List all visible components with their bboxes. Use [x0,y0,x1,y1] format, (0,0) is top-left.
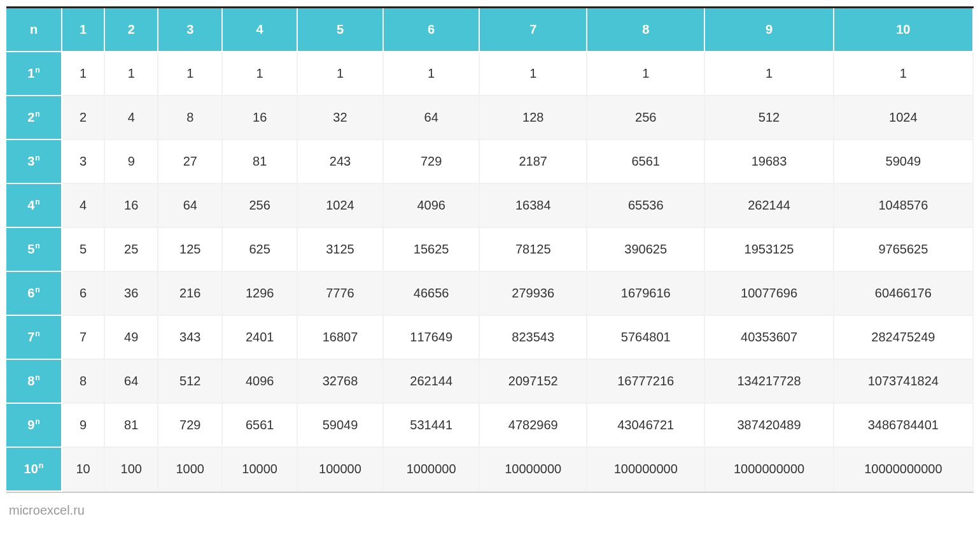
cell: 49 [105,316,158,360]
table-row: 5n 5 25 125 625 3125 15625 78125 390625 … [6,228,974,272]
table-body: 1n 1 1 1 1 1 1 1 1 1 1 2n 2 4 8 16 32 64… [6,52,974,492]
cell: 4782969 [480,404,587,448]
row-header: 2n [6,96,62,140]
col-header: 1 [62,8,105,52]
col-header: 2 [105,8,158,52]
cell: 134217728 [705,360,834,404]
cell: 16 [105,184,158,228]
cell: 32768 [298,360,384,404]
row-header: 6n [6,272,62,316]
cell: 64 [384,96,480,140]
cell: 1024 [834,96,974,140]
cell: 729 [158,404,223,448]
cell: 15625 [384,228,480,272]
cell: 16384 [480,184,587,228]
cell: 100 [105,448,158,492]
row-header-base: 10 [24,462,38,476]
cell: 512 [158,360,223,404]
cell: 531441 [384,404,480,448]
row-header-base: 3 [27,154,34,168]
cell: 729 [384,140,480,184]
row-header: 7n [6,316,62,360]
cell: 5 [62,228,105,272]
table-header: n 1 2 3 4 5 6 7 8 9 10 [6,8,974,52]
cell: 387420489 [705,404,834,448]
cell: 10000000 [480,448,587,492]
row-header-exponent: n [35,417,40,426]
cell: 6561 [587,140,705,184]
row-header-base: 6 [27,286,34,300]
cell: 343 [158,316,223,360]
cell: 10077696 [705,272,834,316]
cell: 1296 [223,272,298,316]
row-header-base: 7 [27,330,34,344]
row-header: 10n [6,448,62,492]
cell: 512 [705,96,834,140]
cell: 256 [223,184,298,228]
cell: 1048576 [834,184,974,228]
cell: 2 [62,96,105,140]
cell: 1 [158,52,223,96]
cell: 16777216 [587,360,705,404]
row-header: 1n [6,52,62,96]
row-header: 9n [6,404,62,448]
cell: 19683 [705,140,834,184]
row-header-base: 1 [27,66,34,80]
cell: 100000 [298,448,384,492]
cell: 4 [62,184,105,228]
footer-credit: microexcel.ru [6,493,974,518]
col-header: 9 [705,8,834,52]
cell: 390625 [587,228,705,272]
cell: 282475249 [834,316,974,360]
cell: 8 [158,96,223,140]
cell: 10000000000 [834,448,974,492]
row-header: 4n [6,184,62,228]
cell: 2187 [480,140,587,184]
col-header: 5 [298,8,384,52]
cell: 1 [705,52,834,96]
cell: 256 [587,96,705,140]
col-header: 6 [384,8,480,52]
table-row: 4n 4 16 64 256 1024 4096 16384 65536 262… [6,184,974,228]
table-row: 10n 10 100 1000 10000 100000 1000000 100… [6,448,974,492]
cell: 40353607 [705,316,834,360]
cell: 9 [105,140,158,184]
cell: 1 [480,52,587,96]
row-header-exponent: n [35,110,40,118]
cell: 100000000 [587,448,705,492]
cell: 7 [62,316,105,360]
cell: 125 [158,228,223,272]
table-row: 1n 1 1 1 1 1 1 1 1 1 1 [6,52,974,96]
cell: 1 [298,52,384,96]
cell: 5764801 [587,316,705,360]
corner-header: n [6,8,62,52]
cell: 3 [62,140,105,184]
cell: 1000 [158,448,223,492]
table-row: 6n 6 36 216 1296 7776 46656 279936 16796… [6,272,974,316]
row-header-exponent: n [39,461,44,470]
table-row: 2n 2 4 8 16 32 64 128 256 512 1024 [6,96,974,140]
row-header-exponent: n [35,329,40,338]
cell: 8 [62,360,105,404]
cell: 1 [587,52,705,96]
cell: 1 [223,52,298,96]
cell: 823543 [480,316,587,360]
cell: 216 [158,272,223,316]
cell: 128 [480,96,587,140]
cell: 60466176 [834,272,974,316]
header-row: n 1 2 3 4 5 6 7 8 9 10 [6,8,974,52]
cell: 1679616 [587,272,705,316]
powers-table: n 1 2 3 4 5 6 7 8 9 10 1n 1 1 1 1 1 1 [6,8,974,492]
cell: 4 [105,96,158,140]
row-header-base: 5 [27,242,34,256]
cell: 59049 [298,404,384,448]
cell: 9765625 [834,228,974,272]
cell: 1000000 [384,448,480,492]
row-header: 3n [6,140,62,184]
cell: 64 [105,360,158,404]
cell: 10000 [223,448,298,492]
cell: 1000000000 [705,448,834,492]
cell: 65536 [587,184,705,228]
cell: 1953125 [705,228,834,272]
cell: 9 [62,404,105,448]
